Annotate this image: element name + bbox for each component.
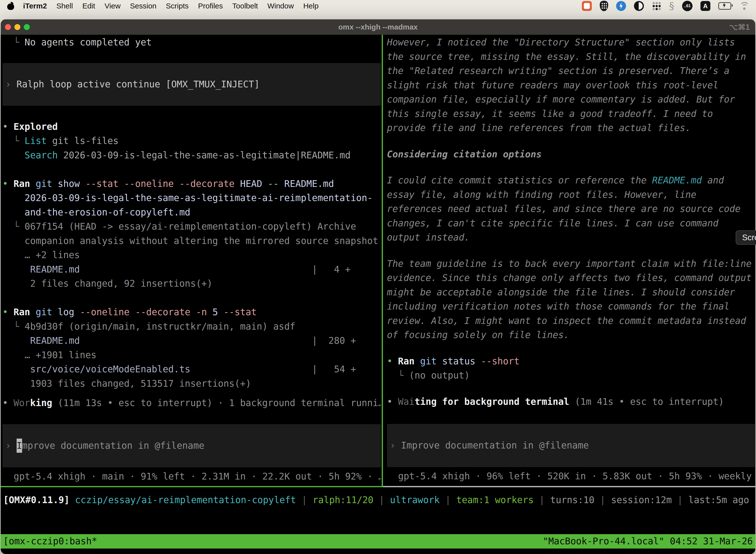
terminal-line: output instead. bbox=[387, 230, 755, 245]
terminal-line bbox=[387, 342, 755, 354]
menu-item-scripts[interactable]: Scripts bbox=[161, 2, 193, 10]
agents-note: └ No agents completed yet bbox=[2, 35, 381, 50]
dots-grid-icon[interactable] bbox=[652, 1, 661, 11]
terminal-line: The team guideline is to back every impo… bbox=[387, 257, 755, 271]
battery-icon[interactable] bbox=[718, 2, 731, 10]
apple-menu-icon[interactable] bbox=[7, 1, 14, 10]
menu-item-profiles[interactable]: Profiles bbox=[193, 2, 228, 10]
menu-item-view[interactable]: View bbox=[100, 2, 125, 10]
menu-bar: iTerm2ShellEditViewSessionScriptsProfile… bbox=[0, 0, 756, 12]
terminal-line bbox=[2, 291, 381, 305]
terminal-line: └ List git ls-files bbox=[2, 134, 381, 148]
input-source-icon[interactable]: A bbox=[700, 1, 710, 11]
terminal-line: review. Also, I might want to inspect th… bbox=[387, 314, 755, 328]
right-agent-pane[interactable]: However, I noticed the "Directory Struct… bbox=[387, 35, 755, 484]
terminal-line: the "Related research writing" section i… bbox=[387, 64, 755, 78]
terminal-line: of focusing solely on file lines. bbox=[387, 328, 755, 342]
terminal-line bbox=[387, 161, 755, 173]
terminal-line: However, I noticed the "Directory Struct… bbox=[387, 35, 755, 50]
verified-badge-icon[interactable] bbox=[616, 1, 626, 11]
terminal-line: provide file and line references from th… bbox=[387, 121, 755, 135]
terminal-line: essay file, along with finding root file… bbox=[387, 188, 755, 202]
percent-badge-icon[interactable]: ..61 bbox=[682, 1, 693, 11]
text-cursor: I bbox=[17, 439, 22, 453]
terminal-line: this single essay, it seems like a good … bbox=[387, 107, 755, 121]
terminal-line: └ 4b9d30f (origin/main, instructkr/main,… bbox=[2, 320, 381, 334]
pane-divider[interactable] bbox=[382, 35, 383, 486]
window-title: omx --xhigh --madmax bbox=[1, 23, 755, 31]
terminal-line: slight risk that future readers may over… bbox=[387, 78, 755, 93]
terminal-line: references need actual files, and since … bbox=[387, 202, 755, 216]
screen-record-icon[interactable] bbox=[582, 1, 592, 11]
terminal-line: 2 files changed, 92 insertions(+) bbox=[2, 277, 381, 291]
menu-status-icons: §..61A bbox=[582, 0, 756, 12]
terminal-line: 2026-03-09-is-legal-the-same-as-legitima… bbox=[2, 191, 381, 205]
input-placeholder: mprove documentation in @filename bbox=[22, 439, 204, 453]
wifi-icon[interactable] bbox=[739, 2, 750, 10]
terminal-line: • Ran git status --short bbox=[387, 354, 755, 369]
inactive-pane-border bbox=[383, 486, 755, 487]
active-pane-border bbox=[1, 486, 383, 487]
working-status: • Working (11m 13s • esc to interrupt) ·… bbox=[2, 396, 381, 410]
tmux-session-label: [omx-cczip0:bash* bbox=[3, 534, 97, 549]
terminal-line: might be acceptable alongside the file l… bbox=[387, 285, 755, 299]
terminal-line: • Explored bbox=[2, 120, 381, 134]
input-placeholder: Improve documentation in @filename bbox=[401, 438, 589, 453]
terminal-line: the source tree, missing the essay. Stil… bbox=[387, 50, 755, 64]
terminal-line bbox=[387, 245, 755, 257]
omx-status-bar: [OMX#0.11.9] cczip/essay/ai-reimplementa… bbox=[3, 493, 755, 507]
terminal-line bbox=[387, 383, 755, 395]
terminal-line: Search 2026-03-09-is-legal-the-same-as-l… bbox=[2, 148, 381, 163]
dark-pie-icon[interactable] bbox=[634, 1, 644, 11]
terminal-line: README.md | 4 + bbox=[2, 262, 381, 277]
terminal-line: Considering citation options bbox=[387, 147, 755, 162]
terminal-line: • Ran git show --stat --oneline --decora… bbox=[2, 177, 381, 191]
menu-item-window[interactable]: Window bbox=[263, 2, 299, 10]
terminal-line: … +1901 lines bbox=[2, 348, 381, 363]
left-prompt-input[interactable]: › Improve documentation in @filename bbox=[2, 424, 381, 467]
menu-item-edit[interactable]: Edit bbox=[78, 2, 100, 10]
terminal-line: └ No agents completed yet bbox=[2, 35, 381, 50]
terminal-line: └ 067f154 (HEAD -> essay/ai-reimplementa… bbox=[2, 219, 381, 234]
terminal-line bbox=[2, 162, 381, 177]
tmux-status-bar: [omx-cczip0:bash* "MacBook-Pro-44.local"… bbox=[1, 534, 755, 549]
terminal-line: companion analysis without altering the … bbox=[2, 234, 381, 248]
titlebar[interactable]: omx --xhigh --madmax ⌥⌘1 bbox=[1, 19, 755, 35]
window-shortcut-badge: ⌥⌘1 bbox=[729, 22, 750, 32]
terminal-line: • Waiting for background terminal (1m 41… bbox=[387, 395, 755, 409]
terminal-line: • Working (11m 13s • esc to interrupt) ·… bbox=[2, 396, 381, 410]
terminal-line: and-the-erosion-of-copyleft.md bbox=[2, 205, 381, 220]
menu-item-iterm2[interactable]: iTerm2 bbox=[18, 2, 52, 10]
terminal-line bbox=[387, 135, 755, 147]
prompt-chevron: › bbox=[5, 77, 17, 92]
terminal-line: changes, I can't cite specific file line… bbox=[387, 216, 755, 231]
terminal: └ No agents completed yet › Ralph loop a… bbox=[1, 35, 755, 554]
iterm-window: omx --xhigh --madmax ⌥⌘1 └ No agents com… bbox=[1, 19, 755, 554]
menu-item-shell[interactable]: Shell bbox=[52, 2, 78, 10]
right-prompt-input[interactable]: › Improve documentation in @filename bbox=[387, 424, 755, 467]
prompt-chevron: › bbox=[390, 438, 401, 453]
prompt-chevron: › bbox=[5, 439, 17, 453]
menu-item-toolbelt[interactable]: Toolbelt bbox=[228, 2, 263, 10]
terminal-line: … +2 lines bbox=[2, 248, 381, 262]
terminal-line: • Ran git log --oneline --decorate -n 5 … bbox=[2, 305, 381, 320]
terminal-line: src/voice/voiceModeEnabled.ts | 54 + bbox=[2, 362, 381, 377]
shield-grid-icon[interactable] bbox=[600, 1, 608, 11]
left-agent-log: • Explored └ List git ls-files Search 20… bbox=[2, 120, 381, 391]
terminal-line: companion file, especially if more comme… bbox=[387, 92, 755, 107]
terminal-line: [OMX#0.11.9] cczip/essay/ai-reimplementa… bbox=[3, 493, 755, 507]
terminal-line: README.md | 280 + bbox=[2, 334, 381, 348]
tmux-host-clock: "MacBook-Pro-44.local" 04:52 31-Mar-26 bbox=[543, 534, 753, 549]
right-model-status: gpt-5.4 xhigh · 96% left · 520K in · 5.8… bbox=[387, 469, 755, 484]
terminal-line: I could cite commit statistics or refere… bbox=[387, 173, 755, 188]
menu-item-help[interactable]: Help bbox=[299, 2, 323, 10]
left-agent-pane[interactable]: └ No agents completed yet › Ralph loop a… bbox=[2, 35, 381, 484]
inject-banner: › Ralph loop active continue [OMX_TMUX_I… bbox=[2, 63, 381, 106]
menu-item-session[interactable]: Session bbox=[125, 2, 161, 10]
terminal-line: 1903 files changed, 513517 insertions(+) bbox=[2, 377, 381, 391]
menu-items: iTerm2ShellEditViewSessionScriptsProfile… bbox=[18, 2, 323, 10]
terminal-line: including verification notes with those … bbox=[387, 299, 755, 314]
screen-share-popup[interactable]: Scre bbox=[736, 230, 756, 245]
squiggle-icon[interactable]: § bbox=[669, 0, 674, 12]
left-model-status: gpt-5.4 xhigh · main · 91% left · 2.31M … bbox=[2, 469, 381, 484]
